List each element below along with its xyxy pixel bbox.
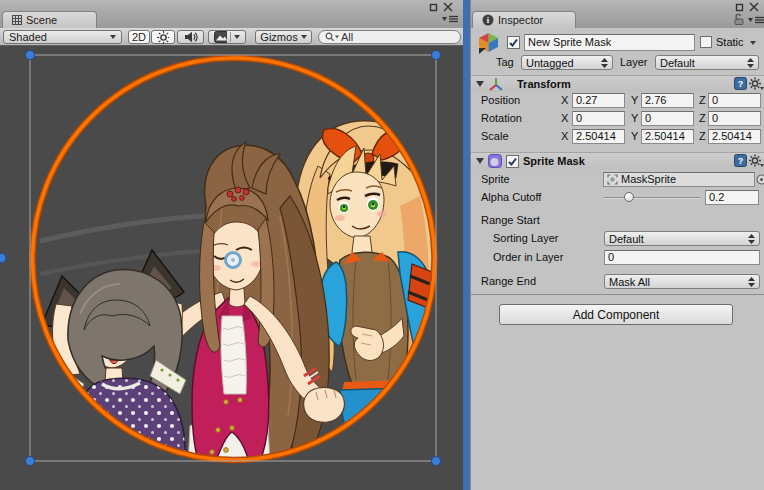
panel-splitter[interactable] — [463, 0, 470, 490]
image-icon — [214, 31, 227, 43]
tab-scene[interactable]: Scene — [2, 11, 97, 28]
inspector-tab-label: Inspector — [498, 14, 543, 26]
static-label: Static — [716, 35, 744, 50]
chevron-down-icon — [301, 35, 307, 39]
layer-dropdown[interactable]: Default — [655, 55, 759, 70]
help-icon[interactable]: ? — [734, 77, 747, 90]
axis-y-label: Y — [631, 111, 638, 126]
sprite-object-field[interactable]: MaskSprite — [603, 172, 755, 187]
handle-top-right[interactable] — [432, 51, 441, 60]
rotation-z-field[interactable]: 0 — [708, 111, 761, 126]
toggle-2d-button[interactable]: 2D — [128, 30, 150, 44]
range-end-dropdown[interactable]: Mask All — [604, 274, 760, 289]
sprite-mask-enabled-checkbox[interactable] — [506, 155, 519, 168]
tag-value: Untagged — [526, 57, 574, 69]
gear-icon[interactable] — [749, 77, 764, 90]
check-icon — [508, 37, 519, 48]
gear-icon[interactable] — [749, 154, 764, 167]
2d-label: 2D — [132, 31, 146, 43]
info-icon: i — [482, 14, 494, 26]
scene-grid-icon — [12, 15, 22, 25]
inspector-panel-menu-icon[interactable] — [748, 16, 764, 24]
handle-bottom-left[interactable] — [26, 457, 35, 466]
scene-toolbar: Shaded 2D Gizmos All — [0, 28, 463, 46]
rotation-label: Rotation — [481, 111, 522, 126]
sprite-thumb-icon — [607, 174, 618, 185]
updown-arrows-icon — [748, 277, 755, 287]
shading-mode-label: Shaded — [9, 31, 47, 43]
shading-mode-dropdown[interactable]: Shaded — [3, 30, 122, 44]
transform-foldout-icon[interactable] — [476, 81, 484, 87]
axis-y-label: Y — [631, 93, 638, 108]
object-picker-icon[interactable] — [756, 174, 764, 185]
scale-label: Scale — [481, 129, 509, 144]
check-icon — [507, 156, 518, 167]
sprite-mask-title: Sprite Mask — [523, 154, 585, 169]
axis-x-label: X — [561, 93, 568, 108]
scale-y-field[interactable]: 2.50414 — [641, 129, 694, 144]
layer-value: Default — [660, 57, 695, 69]
svg-text:?: ? — [738, 79, 744, 89]
scene-panel-menu-icon[interactable] — [442, 15, 459, 23]
updown-arrows-icon — [748, 234, 755, 244]
position-y-field[interactable]: 2.76 — [641, 93, 694, 108]
order-in-layer-field[interactable]: 0 — [604, 250, 760, 265]
scene-viewport[interactable] — [0, 46, 463, 490]
rotation-y-field[interactable]: 0 — [641, 111, 694, 126]
sprite-mask-icon — [488, 154, 502, 168]
tag-dropdown[interactable]: Untagged — [521, 55, 613, 70]
search-icon — [325, 32, 339, 42]
scale-z-field[interactable]: 2.50414 — [708, 129, 761, 144]
static-dropdown-icon[interactable] — [750, 41, 756, 45]
inspector-panel: i Inspector New Sprite Mask Static Tag — [470, 0, 764, 490]
position-z-field[interactable]: 0 — [708, 93, 761, 108]
gameobject-active-checkbox[interactable] — [507, 36, 520, 49]
inspector-window-buttons — [735, 2, 759, 12]
scene-audio-button[interactable] — [177, 30, 204, 44]
chevron-down-icon — [110, 35, 116, 39]
updown-arrows-icon — [747, 58, 754, 68]
scene-lighting-button[interactable] — [151, 30, 175, 44]
gameobject-cube-icon[interactable] — [477, 31, 500, 54]
help-icon[interactable]: ? — [734, 154, 747, 167]
static-checkbox[interactable] — [700, 36, 712, 48]
range-end-label: Range End — [481, 274, 536, 289]
layer-label: Layer — [620, 55, 648, 70]
handle-bottom-right[interactable] — [432, 457, 441, 466]
alpha-cutoff-label: Alpha Cutoff — [481, 190, 541, 205]
gizmos-dropdown[interactable]: Gizmos — [255, 30, 312, 44]
alpha-cutoff-slider[interactable] — [604, 197, 700, 199]
sprite-label: Sprite — [481, 172, 510, 187]
maximize-icon[interactable] — [429, 3, 438, 12]
transform-header[interactable] — [471, 75, 764, 92]
scene-search-input[interactable]: All — [318, 30, 461, 44]
sprite-mask-foldout-icon[interactable] — [476, 158, 484, 164]
close-icon[interactable] — [443, 2, 453, 12]
rotation-x-field[interactable]: 0 — [572, 111, 625, 126]
add-component-button[interactable]: Add Component — [499, 304, 733, 325]
lock-icon[interactable] — [734, 13, 745, 25]
inspector-tabstrip: i Inspector — [471, 0, 764, 28]
svg-text:?: ? — [738, 156, 744, 166]
position-x-field[interactable]: 0.27 — [572, 93, 625, 108]
scale-x-field[interactable]: 2.50414 — [572, 129, 625, 144]
gameobject-name-field[interactable]: New Sprite Mask — [524, 34, 695, 51]
sorting-layer-dropdown[interactable]: Default — [604, 231, 760, 246]
axis-z-label: Z — [699, 129, 706, 144]
order-in-layer-label: Order in Layer — [493, 250, 563, 265]
alpha-cutoff-field[interactable]: 0.2 — [705, 190, 759, 205]
alpha-cutoff-slider-thumb[interactable] — [624, 192, 634, 202]
sorting-layer-label: Sorting Layer — [493, 231, 558, 246]
maximize-icon[interactable] — [735, 3, 744, 12]
scene-render — [0, 46, 463, 490]
axis-y-label: Y — [631, 129, 638, 144]
speaker-icon — [184, 31, 198, 43]
range-start-label: Range Start — [481, 213, 540, 228]
close-icon[interactable] — [749, 2, 759, 12]
handle-top-left[interactable] — [26, 51, 35, 60]
tab-inspector[interactable]: i Inspector — [472, 11, 576, 28]
gizmos-label: Gizmos — [260, 31, 297, 43]
scene-panel: Scene Shaded 2D — [0, 0, 463, 490]
scene-effects-button[interactable] — [208, 30, 246, 44]
handle-edge-left[interactable] — [0, 254, 6, 263]
